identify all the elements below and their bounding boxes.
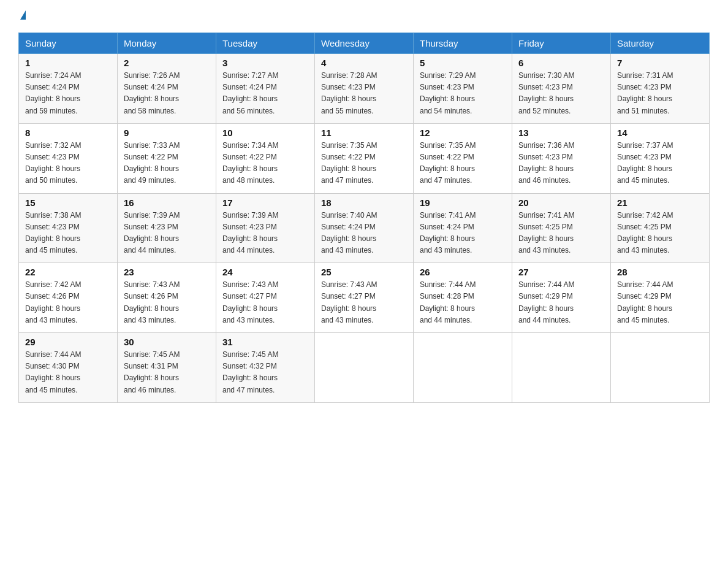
logo <box>18 12 26 21</box>
calendar-cell: 1Sunrise: 7:24 AMSunset: 4:24 PMDaylight… <box>19 54 118 124</box>
calendar-cell: 4Sunrise: 7:28 AMSunset: 4:23 PMDaylight… <box>315 54 414 124</box>
calendar-cell: 13Sunrise: 7:36 AMSunset: 4:23 PMDayligh… <box>512 123 611 193</box>
day-info: Sunrise: 7:40 AMSunset: 4:24 PMDaylight:… <box>321 210 407 257</box>
day-number: 2 <box>124 58 210 68</box>
header-row: SundayMondayTuesdayWednesdayThursdayFrid… <box>19 33 710 54</box>
calendar-cell: 24Sunrise: 7:43 AMSunset: 4:27 PMDayligh… <box>216 263 315 333</box>
calendar-cell: 7Sunrise: 7:31 AMSunset: 4:23 PMDaylight… <box>611 54 710 124</box>
day-number: 17 <box>222 197 308 208</box>
calendar-cell: 19Sunrise: 7:41 AMSunset: 4:24 PMDayligh… <box>414 193 512 263</box>
day-info: Sunrise: 7:41 AMSunset: 4:25 PMDaylight:… <box>518 210 604 257</box>
week-row-4: 22Sunrise: 7:42 AMSunset: 4:26 PMDayligh… <box>19 263 710 333</box>
day-info: Sunrise: 7:45 AMSunset: 4:31 PMDaylight:… <box>124 349 210 396</box>
day-number: 9 <box>124 128 210 138</box>
calendar-cell: 6Sunrise: 7:30 AMSunset: 4:23 PMDaylight… <box>512 54 611 124</box>
calendar-table: SundayMondayTuesdayWednesdayThursdayFrid… <box>18 33 710 403</box>
day-number: 7 <box>617 58 703 68</box>
day-number: 1 <box>25 58 111 68</box>
calendar-cell: 2Sunrise: 7:26 AMSunset: 4:24 PMDaylight… <box>118 54 216 124</box>
calendar-cell: 22Sunrise: 7:42 AMSunset: 4:26 PMDayligh… <box>19 263 118 333</box>
day-number: 27 <box>518 267 604 277</box>
day-info: Sunrise: 7:44 AMSunset: 4:28 PMDaylight:… <box>420 279 506 326</box>
day-number: 13 <box>518 128 604 138</box>
calendar-cell: 21Sunrise: 7:42 AMSunset: 4:25 PMDayligh… <box>611 193 710 263</box>
day-number: 18 <box>321 197 407 208</box>
day-info: Sunrise: 7:35 AMSunset: 4:22 PMDaylight:… <box>321 140 407 187</box>
day-info: Sunrise: 7:34 AMSunset: 4:22 PMDaylight:… <box>222 140 308 187</box>
page-header <box>18 12 710 21</box>
day-number: 29 <box>25 337 111 347</box>
day-number: 11 <box>321 128 407 138</box>
day-info: Sunrise: 7:44 AMSunset: 4:30 PMDaylight:… <box>25 349 111 396</box>
calendar-cell: 3Sunrise: 7:27 AMSunset: 4:24 PMDaylight… <box>216 54 315 124</box>
calendar-cell <box>315 333 414 403</box>
header-day-monday: Monday <box>118 33 216 54</box>
day-info: Sunrise: 7:33 AMSunset: 4:22 PMDaylight:… <box>124 140 210 187</box>
day-info: Sunrise: 7:36 AMSunset: 4:23 PMDaylight:… <box>518 140 604 187</box>
day-info: Sunrise: 7:44 AMSunset: 4:29 PMDaylight:… <box>518 279 604 326</box>
day-number: 22 <box>25 267 111 277</box>
calendar-cell: 30Sunrise: 7:45 AMSunset: 4:31 PMDayligh… <box>118 333 216 403</box>
day-info: Sunrise: 7:43 AMSunset: 4:26 PMDaylight:… <box>124 279 210 326</box>
calendar-cell: 9Sunrise: 7:33 AMSunset: 4:22 PMDaylight… <box>118 123 216 193</box>
day-info: Sunrise: 7:30 AMSunset: 4:23 PMDaylight:… <box>518 70 604 117</box>
day-number: 25 <box>321 267 407 277</box>
calendar-cell: 20Sunrise: 7:41 AMSunset: 4:25 PMDayligh… <box>512 193 611 263</box>
header-day-wednesday: Wednesday <box>315 33 414 54</box>
day-info: Sunrise: 7:27 AMSunset: 4:24 PMDaylight:… <box>222 70 308 117</box>
calendar-cell: 27Sunrise: 7:44 AMSunset: 4:29 PMDayligh… <box>512 263 611 333</box>
day-number: 14 <box>617 128 703 138</box>
calendar-cell: 25Sunrise: 7:43 AMSunset: 4:27 PMDayligh… <box>315 263 414 333</box>
day-number: 31 <box>222 337 308 347</box>
calendar-body: 1Sunrise: 7:24 AMSunset: 4:24 PMDaylight… <box>19 54 710 403</box>
day-number: 10 <box>222 128 308 138</box>
day-number: 28 <box>617 267 703 277</box>
calendar-cell: 18Sunrise: 7:40 AMSunset: 4:24 PMDayligh… <box>315 193 414 263</box>
day-number: 24 <box>222 267 308 277</box>
day-info: Sunrise: 7:37 AMSunset: 4:23 PMDaylight:… <box>617 140 703 187</box>
header-day-saturday: Saturday <box>611 33 710 54</box>
header-day-thursday: Thursday <box>414 33 512 54</box>
day-number: 8 <box>25 128 111 138</box>
day-info: Sunrise: 7:41 AMSunset: 4:24 PMDaylight:… <box>420 210 506 257</box>
calendar-cell: 26Sunrise: 7:44 AMSunset: 4:28 PMDayligh… <box>414 263 512 333</box>
day-number: 26 <box>420 267 506 277</box>
calendar-header: SundayMondayTuesdayWednesdayThursdayFrid… <box>19 33 710 54</box>
calendar-cell: 14Sunrise: 7:37 AMSunset: 4:23 PMDayligh… <box>611 123 710 193</box>
day-number: 4 <box>321 58 407 68</box>
calendar-cell: 8Sunrise: 7:32 AMSunset: 4:23 PMDaylight… <box>19 123 118 193</box>
calendar-cell: 11Sunrise: 7:35 AMSunset: 4:22 PMDayligh… <box>315 123 414 193</box>
week-row-1: 1Sunrise: 7:24 AMSunset: 4:24 PMDaylight… <box>19 54 710 124</box>
day-info: Sunrise: 7:24 AMSunset: 4:24 PMDaylight:… <box>25 70 111 117</box>
calendar-cell: 29Sunrise: 7:44 AMSunset: 4:30 PMDayligh… <box>19 333 118 403</box>
calendar-cell <box>414 333 512 403</box>
day-info: Sunrise: 7:38 AMSunset: 4:23 PMDaylight:… <box>25 210 111 257</box>
calendar-cell: 10Sunrise: 7:34 AMSunset: 4:22 PMDayligh… <box>216 123 315 193</box>
header-day-tuesday: Tuesday <box>216 33 315 54</box>
calendar-cell: 5Sunrise: 7:29 AMSunset: 4:23 PMDaylight… <box>414 54 512 124</box>
calendar-cell: 31Sunrise: 7:45 AMSunset: 4:32 PMDayligh… <box>216 333 315 403</box>
day-info: Sunrise: 7:29 AMSunset: 4:23 PMDaylight:… <box>420 70 506 117</box>
day-info: Sunrise: 7:35 AMSunset: 4:22 PMDaylight:… <box>420 140 506 187</box>
logo-triangle-icon <box>20 10 26 20</box>
day-info: Sunrise: 7:43 AMSunset: 4:27 PMDaylight:… <box>222 279 308 326</box>
day-number: 12 <box>420 128 506 138</box>
calendar-cell <box>512 333 611 403</box>
calendar-cell: 15Sunrise: 7:38 AMSunset: 4:23 PMDayligh… <box>19 193 118 263</box>
header-day-friday: Friday <box>512 33 611 54</box>
day-number: 19 <box>420 197 506 208</box>
day-info: Sunrise: 7:28 AMSunset: 4:23 PMDaylight:… <box>321 70 407 117</box>
day-number: 21 <box>617 197 703 208</box>
day-info: Sunrise: 7:43 AMSunset: 4:27 PMDaylight:… <box>321 279 407 326</box>
day-info: Sunrise: 7:42 AMSunset: 4:26 PMDaylight:… <box>25 279 111 326</box>
header-day-sunday: Sunday <box>19 33 118 54</box>
day-info: Sunrise: 7:39 AMSunset: 4:23 PMDaylight:… <box>222 210 308 257</box>
calendar-cell: 23Sunrise: 7:43 AMSunset: 4:26 PMDayligh… <box>118 263 216 333</box>
week-row-5: 29Sunrise: 7:44 AMSunset: 4:30 PMDayligh… <box>19 333 710 403</box>
day-number: 30 <box>124 337 210 347</box>
day-number: 3 <box>222 58 308 68</box>
day-number: 20 <box>518 197 604 208</box>
day-info: Sunrise: 7:45 AMSunset: 4:32 PMDaylight:… <box>222 349 308 396</box>
day-info: Sunrise: 7:44 AMSunset: 4:29 PMDaylight:… <box>617 279 703 326</box>
week-row-2: 8Sunrise: 7:32 AMSunset: 4:23 PMDaylight… <box>19 123 710 193</box>
